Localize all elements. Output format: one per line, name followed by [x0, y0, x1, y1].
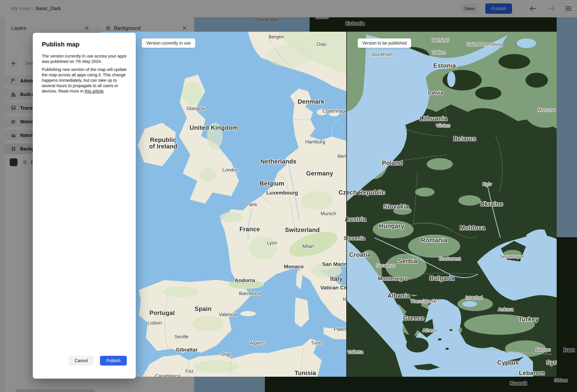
map-label: Moscow	[538, 107, 555, 112]
map-label: Milan	[302, 244, 314, 249]
this-article-link[interactable]: this article	[85, 89, 104, 93]
map-label: Aleppo	[536, 347, 551, 352]
map-label: Istanbul	[466, 295, 482, 300]
map-label: Lyon	[267, 240, 277, 246]
map-label: France	[239, 226, 260, 233]
map-label: Palermo	[334, 327, 347, 332]
publish-map-dialog: Publish map The version currently in use…	[33, 33, 136, 379]
map-label: Netherlands	[260, 158, 296, 165]
publish-confirm-button[interactable]: Publish	[100, 356, 127, 365]
map-label: Luxembourg	[266, 190, 298, 195]
map-label: Greece	[403, 315, 424, 321]
map-label: Albania	[387, 293, 410, 299]
dark-map-canvas	[347, 32, 557, 377]
map-label: Lithuania	[419, 115, 447, 122]
map-label: United Kingdom	[190, 125, 238, 131]
map-label: Vilnius	[436, 123, 450, 128]
map-label: Lisbon	[148, 321, 162, 325]
map-label: Oslo	[317, 42, 326, 47]
map-label: Turkey	[518, 316, 539, 323]
map-label: Gibraltar	[176, 347, 198, 353]
light-map-canvas	[101, 32, 347, 377]
map-label: Bucharest	[439, 256, 461, 261]
map-label: Republic of Ireland	[149, 137, 177, 149]
map-label: Italy	[330, 276, 343, 282]
compare-divider[interactable]	[346, 32, 347, 377]
dialog-title: Publish map	[42, 41, 79, 48]
map-label: Romania	[421, 237, 447, 244]
map-label: Croatia	[349, 251, 371, 258]
map-label: Estonia	[433, 63, 456, 69]
map-label: San Marino	[322, 261, 347, 267]
map-label: Paris	[246, 202, 257, 207]
map-label: Fez	[185, 369, 193, 374]
map-label: Germany	[306, 170, 333, 177]
dialog-paragraph-2-suffix: .	[104, 89, 105, 93]
dialog-paragraph-1: The version currently in use across your…	[42, 53, 128, 64]
map-label: Algiers	[250, 341, 264, 346]
map-label: Austria	[347, 216, 366, 223]
map-label: Naples	[343, 297, 347, 302]
map-label: Valencia	[219, 312, 237, 317]
map-label: Hungary	[379, 223, 404, 229]
map-label: Tunisia	[294, 370, 316, 376]
map-label: Ukraine	[480, 201, 503, 207]
map-label: Slovenia	[344, 236, 347, 241]
map-label: Slovakia	[383, 204, 409, 210]
map-label: Czech Republic	[347, 189, 385, 196]
map-label: London	[222, 168, 239, 173]
map-label: Berlin	[338, 154, 347, 159]
map-label: Montenegro	[378, 276, 408, 281]
map-label: Athens	[423, 328, 438, 333]
map-label: Belarus	[453, 136, 476, 142]
map-label: Spain	[194, 306, 212, 312]
map-current-version[interactable]: BergenOsloGlasgowUnited KingdomRepublic …	[101, 32, 347, 377]
map-label: Tallinn	[432, 50, 445, 55]
map-label: Glasgow	[186, 106, 205, 111]
map-label: Bergen	[269, 34, 284, 39]
dialog-paragraph-2-text: Publishing new version of the map will u…	[42, 67, 127, 93]
map-label: Thessaloniki	[410, 299, 437, 304]
map-label: Moldova	[460, 225, 485, 231]
map-label: Switzerland	[285, 227, 320, 233]
map-label: Cyprus	[497, 359, 519, 366]
map-label: Sevastopol	[500, 254, 524, 259]
map-label: Casablanca	[155, 374, 180, 377]
map-label: Barcelona	[239, 291, 261, 296]
map-label: Munich	[321, 211, 336, 216]
map-label: Monaco	[284, 264, 304, 269]
map-label: Denmark	[298, 99, 324, 105]
map-label: Latvia	[428, 90, 443, 96]
map-label: Sarajevo	[376, 263, 395, 268]
map-label: Kyiv	[482, 182, 492, 187]
version-new-badge: Version to be published	[358, 38, 411, 48]
map-label: Seville	[174, 334, 189, 339]
map-label: Bulgaria	[430, 275, 455, 282]
map-label: Belgium	[260, 180, 284, 187]
map-label: Portugal	[149, 310, 175, 316]
map-label: Stockholm	[371, 52, 394, 57]
map-label: Vatican City	[320, 285, 347, 290]
version-compare-panel: BergenOsloGlasgowUnited KingdomRepublic …	[101, 32, 557, 377]
map-label: Saint Petersburg	[467, 42, 503, 47]
map-label: Lebanon	[519, 370, 545, 376]
map-label: Poland	[382, 160, 403, 166]
dialog-paragraph-2: Publishing new version of the map will u…	[42, 67, 128, 94]
map-label: Helsinki	[432, 38, 449, 43]
map-label: Valletta	[347, 350, 363, 355]
map-new-version[interactable]: HelsinkiSaint PetersburgStockholmTallinn…	[347, 32, 557, 377]
map-label: Ankara	[498, 307, 513, 312]
map-label: Tunis	[311, 340, 323, 345]
map-label: Serbia	[398, 258, 417, 264]
cancel-button[interactable]: Cancel	[69, 356, 94, 365]
map-label: Czech Republic	[338, 189, 347, 196]
map-label: Oran	[221, 352, 232, 357]
map-label: Slovenia	[347, 236, 365, 241]
map-label: Copenhagen	[323, 108, 347, 113]
version-current-badge: Version currently in use	[142, 38, 195, 48]
map-label: Syria	[546, 359, 557, 366]
map-label: Hamburg	[305, 139, 325, 144]
map-label: Andorra	[235, 278, 255, 283]
